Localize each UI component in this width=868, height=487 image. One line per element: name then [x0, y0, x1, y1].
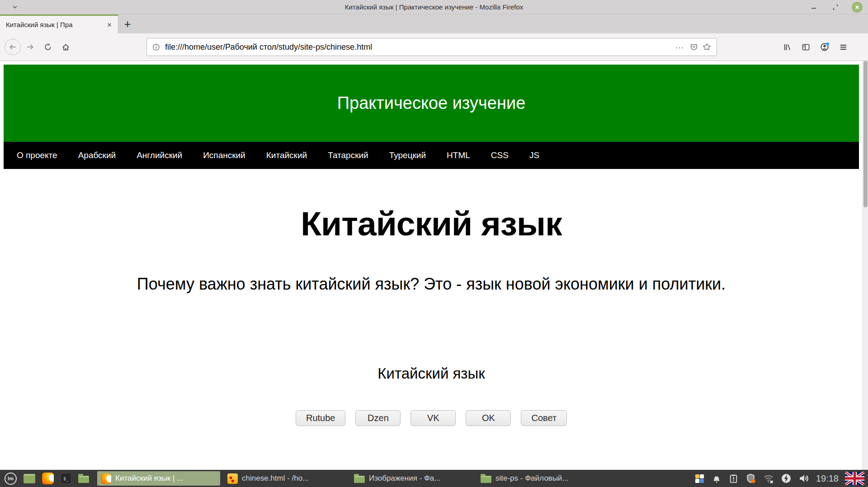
nav-link[interactable]: Турецкий	[389, 150, 426, 160]
link-button[interactable]: OK	[466, 410, 511, 426]
system-tray: 19:18	[694, 472, 865, 485]
window-title: Китайский язык | Практическое изучение -…	[0, 3, 868, 11]
window-controls	[808, 0, 863, 14]
nav-link[interactable]: Испанский	[203, 150, 245, 160]
window-label: chinese.html - /ho...	[242, 474, 343, 483]
forward-button[interactable]	[22, 39, 38, 55]
nav-link[interactable]: Китайский	[266, 150, 307, 160]
taskbar-window-button[interactable]: site-ps - Файловый...	[477, 471, 600, 486]
tab-close-icon[interactable]	[104, 20, 114, 30]
window-label: Китайский язык | ...	[115, 474, 217, 483]
taskbar-window-list: Китайский язык | ... chinese.html - /ho.…	[97, 471, 600, 486]
tab-bar: Китайский язык | Пра +	[0, 14, 868, 33]
titlebar-chevron-down-icon[interactable]	[12, 4, 18, 10]
sidebar-toggle-icon[interactable]	[802, 43, 810, 52]
back-button[interactable]	[5, 39, 21, 55]
window-icon	[354, 476, 365, 483]
mint-menu-icon[interactable]: lm	[5, 473, 17, 485]
taskbar-clock[interactable]: 19:18	[816, 473, 839, 484]
page-actions-icon[interactable]: …	[675, 43, 685, 51]
url-bar[interactable]: file:///home/user/Рабочий стол/study/sit…	[146, 38, 717, 56]
nav-link[interactable]: CSS	[491, 150, 509, 160]
terminal-launcher-icon[interactable]: $_	[61, 473, 71, 484]
save-to-pocket-icon[interactable]	[690, 43, 698, 51]
link-button-row: Rutube Dzen VK OK Совет	[4, 410, 859, 426]
clipboard-icon[interactable]	[728, 473, 739, 484]
page-title: Китайский язык	[4, 204, 859, 243]
nav-link[interactable]: Арабский	[78, 150, 116, 160]
section-subheading: Китайский язык	[4, 365, 859, 382]
page-viewport: Практическое изучение О проекте Арабский…	[0, 61, 868, 470]
library-icon[interactable]	[783, 43, 792, 52]
link-button[interactable]: Rutube	[296, 410, 346, 426]
window-label: site-ps - Файловый...	[495, 474, 596, 483]
taskbar-window-button[interactable]: Китайский язык | ...	[97, 471, 220, 486]
bookmark-star-icon[interactable]	[703, 43, 711, 51]
firefox-launcher-icon[interactable]	[42, 473, 54, 484]
volume-icon[interactable]	[798, 473, 810, 484]
link-button[interactable]: Dzen	[355, 410, 401, 426]
notifications-bell-icon[interactable]	[711, 473, 722, 484]
new-tab-button[interactable]: +	[118, 14, 137, 33]
nav-link[interactable]: О проекте	[17, 150, 57, 160]
tab-title: Китайский язык | Пра	[6, 21, 104, 28]
files-launcher-icon[interactable]	[78, 476, 89, 483]
firewall-shield-icon[interactable]	[745, 473, 756, 484]
keyboard-layout-flag-icon[interactable]	[845, 472, 864, 485]
wifi-disconnected-icon[interactable]	[763, 473, 774, 484]
taskbar: lm $_ Китайский язык | ... chinese.html …	[0, 470, 868, 487]
menu-hamburger-icon[interactable]	[839, 43, 848, 52]
intro-paragraph: Почему важно знать китайский язык? Это -…	[4, 275, 859, 294]
nav-link[interactable]: Английский	[137, 150, 182, 160]
site-nav: О проекте Арабский Английский Испанский …	[4, 142, 859, 169]
taskbar-window-button[interactable]: chinese.html - /ho...	[224, 471, 347, 486]
taskbar-window-button[interactable]: Изображения - Фа...	[350, 471, 473, 486]
toolbar-right-icons	[783, 42, 848, 52]
site-header-title: Практическое изучение	[337, 94, 526, 113]
url-text[interactable]: file:///home/user/Рабочий стол/study/sit…	[165, 42, 670, 52]
reload-icon[interactable]	[40, 39, 56, 55]
minimize-button[interactable]	[808, 2, 819, 13]
show-desktop-icon[interactable]	[24, 474, 35, 483]
link-button[interactable]: Совет	[521, 410, 567, 426]
window-titlebar: Китайский язык | Практическое изучение -…	[0, 0, 868, 14]
close-button[interactable]	[852, 2, 863, 13]
site-info-icon[interactable]	[152, 43, 160, 51]
site-header: Практическое изучение	[4, 65, 859, 142]
web-page: Практическое изучение О проекте Арабский…	[0, 61, 863, 470]
maximize-button[interactable]	[830, 2, 841, 13]
scrollbar-thumb[interactable]	[863, 61, 868, 207]
taskbar-launchers: lm $_	[3, 473, 91, 485]
window-label: Изображения - Фа...	[369, 474, 470, 483]
window-icon	[101, 473, 111, 484]
power-manager-icon[interactable]	[781, 473, 792, 484]
tab-chinese-language[interactable]: Китайский язык | Пра	[0, 14, 118, 33]
browser-toolbar: file:///home/user/Рабочий стол/study/sit…	[0, 33, 868, 61]
home-button[interactable]	[57, 39, 74, 55]
desktop-screen: Китайский язык | Практическое изучение -…	[0, 0, 868, 487]
window-icon	[227, 473, 238, 484]
window-icon	[481, 476, 491, 483]
nav-link[interactable]: HTML	[447, 150, 470, 160]
nav-link[interactable]: JS	[529, 150, 539, 160]
workspace-grid-icon[interactable]	[694, 473, 705, 484]
scrollbar[interactable]	[863, 61, 868, 470]
account-icon[interactable]	[820, 42, 829, 52]
link-button[interactable]: VK	[410, 410, 456, 426]
nav-link[interactable]: Татарский	[328, 150, 368, 160]
